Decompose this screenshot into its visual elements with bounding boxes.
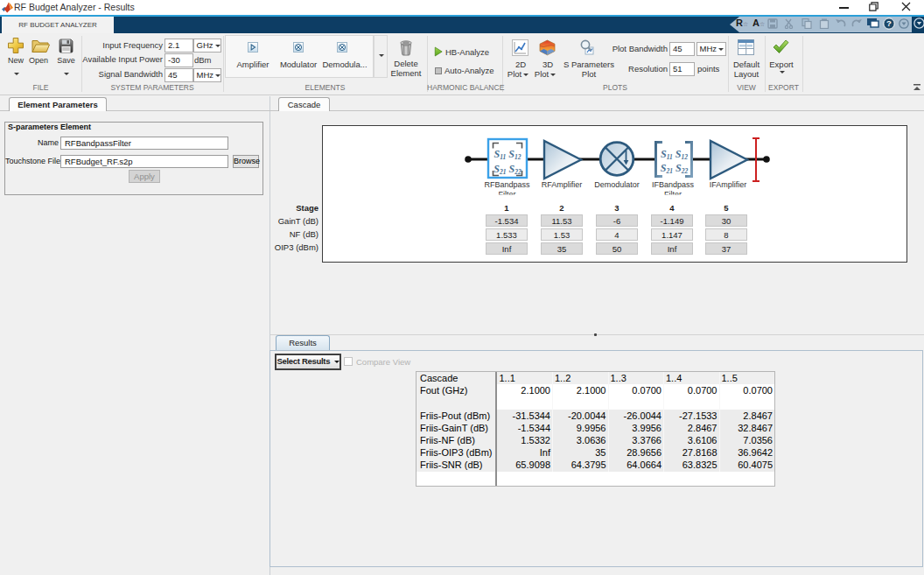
svg-text:S21 S22: S21 S22: [661, 162, 689, 175]
svg-text:RFAmplifier: RFAmplifier: [542, 180, 583, 189]
svg-text:S11 S12: S11 S12: [661, 148, 688, 161]
svg-text:IFBandpass: IFBandpass: [652, 180, 695, 189]
svg-text:IFAmplifier: IFAmplifier: [710, 180, 747, 189]
svg-text:?: ?: [886, 18, 892, 28]
svg-text:Demodulator: Demodulator: [594, 180, 640, 189]
svg-text:RFBandpass: RFBandpass: [484, 180, 530, 189]
